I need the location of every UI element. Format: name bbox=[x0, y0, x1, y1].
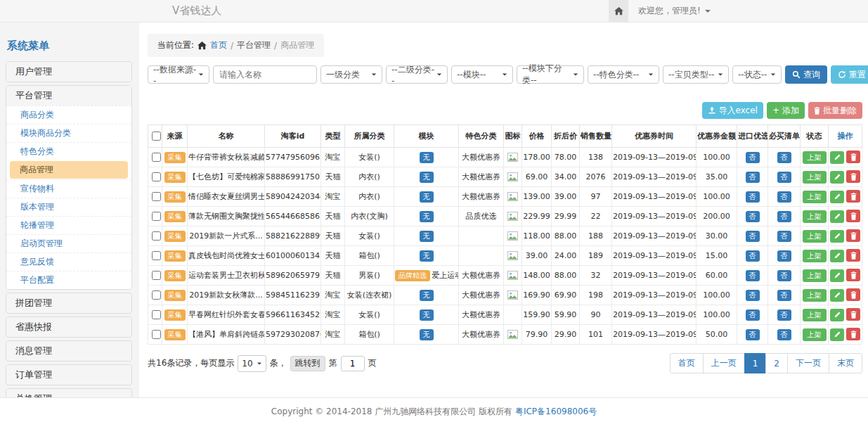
filter-select[interactable]: 一级分类 bbox=[320, 65, 382, 84]
delete-button[interactable] bbox=[846, 170, 860, 183]
batch-delete-button[interactable]: 批量删除 bbox=[808, 102, 862, 119]
module-badge: 无 bbox=[420, 329, 434, 340]
edit-button[interactable] bbox=[830, 171, 844, 184]
row-checkbox[interactable] bbox=[152, 172, 161, 181]
status-badge: 上架 bbox=[803, 289, 827, 302]
source-badge: 采集 bbox=[164, 231, 186, 242]
add-button[interactable]: + 添加 bbox=[767, 102, 805, 119]
delete-button[interactable] bbox=[846, 249, 860, 262]
row-checkbox[interactable] bbox=[152, 271, 161, 280]
product-name: 2019新款一片式系... bbox=[188, 226, 265, 246]
filter-select[interactable]: --模块-- bbox=[451, 65, 513, 84]
taoke-id: 588869917501 bbox=[265, 167, 321, 187]
icp-link[interactable]: 粤ICP备16098006号 bbox=[515, 407, 597, 416]
delete-button[interactable] bbox=[846, 308, 860, 321]
page-button[interactable]: 末页 bbox=[829, 353, 862, 373]
sidebar-item[interactable]: 启动页管理 bbox=[6, 234, 131, 252]
edit-button[interactable] bbox=[830, 230, 844, 243]
sidebar-section[interactable]: 拼团管理 bbox=[6, 293, 131, 313]
page-button[interactable]: 2 bbox=[765, 353, 788, 373]
import-excel-button[interactable]: 导入excel bbox=[702, 102, 763, 119]
filter-select[interactable]: --宝贝类型-- bbox=[663, 65, 729, 84]
feature-category bbox=[459, 226, 504, 246]
select-all-checkbox[interactable] bbox=[152, 132, 161, 141]
sidebar-item[interactable]: 版本管理 bbox=[6, 198, 131, 216]
product-name: 情侣睡衣女夏丝绸男士... bbox=[188, 187, 265, 207]
delete-button[interactable] bbox=[846, 151, 860, 163]
breadcrumb: 当前位置: 首页 / 平台管理 / 商品管理 bbox=[148, 34, 324, 57]
discount-price: 29.90 bbox=[552, 325, 580, 345]
row-checkbox[interactable] bbox=[152, 290, 161, 300]
edit-button[interactable] bbox=[830, 309, 844, 321]
edit-button[interactable] bbox=[830, 191, 844, 203]
row-checkbox[interactable] bbox=[152, 212, 161, 221]
feature-category: 大额优惠券 bbox=[459, 148, 504, 167]
delete-button[interactable] bbox=[846, 269, 860, 281]
module-badge: 无 bbox=[420, 290, 434, 301]
must-buy-badge: 否 bbox=[777, 191, 791, 203]
filter-select[interactable]: --数据来源-- bbox=[148, 65, 209, 84]
filter-select[interactable]: --特色分类-- bbox=[588, 65, 659, 84]
row-checkbox[interactable] bbox=[152, 231, 161, 241]
sidebar-item[interactable]: 模块商品分类 bbox=[6, 124, 131, 142]
edit-button[interactable] bbox=[830, 210, 844, 223]
breadcrumb-home-link[interactable]: 首页 bbox=[210, 39, 227, 51]
edit-button[interactable] bbox=[830, 269, 844, 282]
filter-select[interactable]: --状态-- bbox=[732, 65, 782, 84]
home-button[interactable] bbox=[609, 0, 628, 22]
sidebar-section[interactable]: 用户管理 bbox=[6, 62, 131, 82]
sidebar-section[interactable]: 订单管理 bbox=[6, 365, 131, 385]
name-search-input[interactable] bbox=[213, 65, 317, 84]
reset-button[interactable]: 重置 bbox=[831, 65, 868, 84]
sidebar-item[interactable]: 轮播管理 bbox=[6, 216, 131, 234]
sidebar-item[interactable]: 商品分类 bbox=[6, 106, 131, 124]
jump-page-input[interactable] bbox=[341, 356, 365, 371]
delete-button[interactable] bbox=[846, 288, 860, 301]
page-button[interactable]: 下一页 bbox=[787, 353, 829, 373]
row-checkbox[interactable] bbox=[152, 330, 161, 339]
edit-button[interactable] bbox=[830, 328, 844, 341]
delete-button[interactable] bbox=[846, 210, 860, 222]
row-checkbox[interactable] bbox=[152, 251, 161, 260]
page-button[interactable]: 首页 bbox=[670, 353, 704, 373]
products-table: 来源名称淘客id类型所属分类模块特色分类图标价格折后价销售数量优惠券时间优惠券金… bbox=[148, 124, 862, 345]
table-row: 采集真皮钱包时尚优雅女士...601000601341天猫箱包()无39.002… bbox=[148, 246, 862, 266]
jump-button[interactable]: 跳转到 bbox=[290, 356, 325, 371]
row-checkbox[interactable] bbox=[152, 192, 161, 201]
table-row: 采集2019新款女秋薄款...598451162391淘宝女装(连衣裙)无大额优… bbox=[148, 286, 862, 305]
page-button[interactable]: 上一页 bbox=[703, 353, 745, 373]
filter-select[interactable]: --二级分类-- bbox=[386, 65, 448, 84]
price: 79.90 bbox=[522, 325, 552, 345]
price: 39.00 bbox=[522, 246, 552, 266]
sidebar-item[interactable]: 平台配置 bbox=[6, 271, 131, 289]
coupon-amount: 100.00 bbox=[697, 286, 737, 305]
page-button[interactable]: 1 bbox=[744, 353, 767, 373]
breadcrumb-separator: / bbox=[231, 41, 233, 51]
category: 男装() bbox=[345, 266, 394, 286]
edit-button[interactable] bbox=[830, 151, 844, 164]
user-menu[interactable]: 欢迎您，管理员! bbox=[638, 5, 711, 17]
sidebar-section[interactable]: 平台管理 bbox=[6, 86, 131, 106]
row-checkbox[interactable] bbox=[152, 310, 161, 319]
sidebar-item[interactable]: 商品管理 bbox=[10, 161, 128, 179]
table-row: 采集牛仔背带裤女秋装减龄...577479560965淘宝女装()无大额优惠券1… bbox=[148, 148, 862, 167]
delete-button[interactable] bbox=[846, 229, 860, 242]
delete-button[interactable] bbox=[846, 328, 860, 340]
sidebar-item[interactable]: 意见反馈 bbox=[6, 252, 131, 271]
price: 229.99 bbox=[522, 207, 552, 226]
filter-select[interactable]: --模块下分类-- bbox=[517, 65, 584, 84]
must-buy-badge: 否 bbox=[777, 152, 791, 163]
sales-count: 22 bbox=[580, 207, 612, 226]
price: 159.90 bbox=[522, 305, 552, 325]
row-checkbox[interactable] bbox=[152, 153, 161, 162]
product-name: 运动套装男士卫衣初秋... bbox=[188, 266, 265, 286]
edit-button[interactable] bbox=[830, 250, 844, 262]
sidebar-item[interactable]: 宣传物料 bbox=[6, 179, 131, 198]
edit-button[interactable] bbox=[830, 289, 844, 302]
sidebar-section[interactable]: 省惠快报 bbox=[6, 317, 131, 337]
per-page-select[interactable]: 10 bbox=[238, 355, 266, 372]
sidebar-item[interactable]: 特色分类 bbox=[6, 142, 131, 160]
sidebar-section[interactable]: 消息管理 bbox=[6, 341, 131, 361]
query-button[interactable]: 查询 bbox=[785, 65, 827, 84]
delete-button[interactable] bbox=[846, 190, 860, 203]
